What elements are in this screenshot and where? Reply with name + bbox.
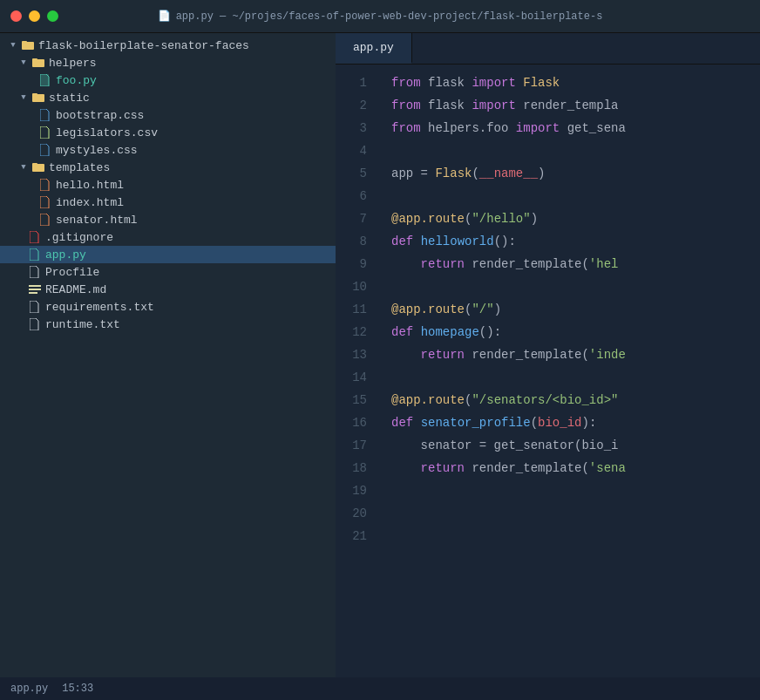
code-editor[interactable]: from flask import Flask from flask impor… [377,65,760,677]
close-button[interactable] [10,10,22,22]
chevron-down-icon: ▼ [17,57,30,69]
sidebar-item-static[interactable]: ▼ static [0,89,336,106]
traffic-lights [10,10,58,22]
sidebar-item-label: runtime.txt [45,318,120,331]
sidebar-item-bootstrap-css[interactable]: bootstrap.css [0,106,336,124]
code-line [391,479,760,502]
code-line: from flask import render_templa [391,94,760,117]
code-line: from helpers.foo import get_sena [391,117,760,139]
chevron-down-icon: ▼ [7,39,19,51]
sidebar-item-label: senator.html [56,214,138,227]
sidebar-item-label: app.py [45,248,86,262]
code-line: return render_template('inde [391,343,760,366]
code-line: app = Flask(__name__) [391,162,760,185]
sidebar-item-templates[interactable]: ▼ templates [0,159,336,176]
sidebar-item-label: .gitignore [45,231,113,244]
root-folder-label: flask-boilerplate-senator-faces [38,39,249,52]
code-line [391,139,760,162]
editor: app.py 1 2 3 4 5 6 7 8 9 10 11 12 13 14 … [336,33,760,677]
code-line [391,366,760,389]
sidebar-item-legislators-csv[interactable]: legislators.csv [0,124,336,141]
tab-app-py[interactable]: app.py [336,33,412,64]
code-line: @app.route("/") [391,298,760,321]
svg-rect-10 [29,289,41,290]
code-line: return render_template('sena [391,457,760,479]
code-line: from flask import Flask [391,71,760,94]
sidebar-item-label: Procfile [45,266,99,279]
title-bar: 📄 app.py — ~/projes/faces-of-power-web-d… [0,0,760,33]
code-area: 1 2 3 4 5 6 7 8 9 10 11 12 13 14 15 16 1… [336,65,760,677]
sidebar-item-readme-md[interactable]: README.md [0,281,336,298]
folder-icon [31,160,45,174]
main-content: ▼ flask-boilerplate-senator-faces ▼ help… [0,33,760,677]
code-line: @app.route("/hello") [391,207,760,230]
sidebar: ▼ flask-boilerplate-senator-faces ▼ help… [0,33,336,677]
sidebar-item-label: foo.py [56,74,97,87]
svg-rect-11 [29,292,37,294]
file-icon [28,282,42,296]
minimize-button[interactable] [29,10,40,22]
file-icon [38,143,52,157]
tab-bar: app.py [336,33,760,65]
code-line [391,502,760,525]
file-icon [28,248,42,262]
status-time: 15:33 [62,683,93,695]
file-icon [38,108,52,122]
file-icon [28,317,42,331]
sidebar-item-label: bootstrap.css [56,109,144,122]
svg-rect-6 [32,93,37,96]
code-line: def helloworld(): [391,230,760,253]
svg-rect-8 [32,163,37,166]
file-icon [38,73,52,87]
svg-rect-9 [29,285,41,287]
code-line [391,275,760,298]
line-numbers: 1 2 3 4 5 6 7 8 9 10 11 12 13 14 15 16 1… [336,65,377,677]
sidebar-item-procfile[interactable]: Procfile [0,263,336,281]
file-icon: 📄 [158,10,171,23]
code-line: def homepage(): [391,321,760,343]
maximize-button[interactable] [47,10,58,22]
sidebar-item-index-html[interactable]: index.html [0,194,336,211]
code-line: @app.route("/senators/<bio_id>" [391,389,760,411]
sidebar-item-gitignore[interactable]: .gitignore [0,228,336,246]
sidebar-item-runtime-txt[interactable]: runtime.txt [0,316,336,333]
sidebar-item-label: requirements.txt [45,301,154,314]
sidebar-item-label: legislators.csv [56,126,158,139]
sidebar-item-requirements-txt[interactable]: requirements.txt [0,298,336,316]
sidebar-item-label: README.md [45,283,106,296]
status-filename: app.py [10,683,48,695]
sidebar-item-label: index.html [56,196,124,209]
file-icon [38,213,52,227]
file-icon [28,300,42,314]
sidebar-item-label: mystyles.css [56,144,138,157]
chevron-down-icon: ▼ [17,92,30,104]
sidebar-item-hello-html[interactable]: hello.html [0,176,336,194]
svg-rect-3 [32,58,37,61]
code-line [391,185,760,207]
file-icon [38,126,52,139]
file-icon [28,230,42,244]
sidebar-item-helpers[interactable]: ▼ helpers [0,54,336,71]
file-icon [28,265,42,279]
sidebar-item-label: helpers [49,57,97,70]
sidebar-item-mystyles-css[interactable]: mystyles.css [0,141,336,159]
sidebar-item-app-py[interactable]: app.py [0,246,336,263]
file-icon [38,178,52,192]
folder-icon [31,91,45,105]
status-bar: app.py 15:33 [0,677,760,700]
sidebar-item-foo-py[interactable]: foo.py [0,71,336,89]
code-line: return render_template('hel [391,253,760,275]
code-line: def senator_profile(bio_id): [391,411,760,434]
file-icon [38,195,52,209]
sidebar-root-folder[interactable]: ▼ flask-boilerplate-senator-faces [0,37,336,54]
folder-icon [21,38,35,52]
svg-rect-1 [22,41,27,44]
folder-icon [31,56,45,70]
sidebar-item-label: hello.html [56,179,124,192]
window-title: 📄 app.py — ~/projes/faces-of-power-web-d… [158,10,603,23]
code-line [391,525,760,547]
sidebar-item-label: templates [49,161,110,174]
chevron-down-icon: ▼ [17,161,30,173]
code-line: senator = get_senator(bio_i [391,434,760,457]
sidebar-item-senator-html[interactable]: senator.html [0,211,336,228]
